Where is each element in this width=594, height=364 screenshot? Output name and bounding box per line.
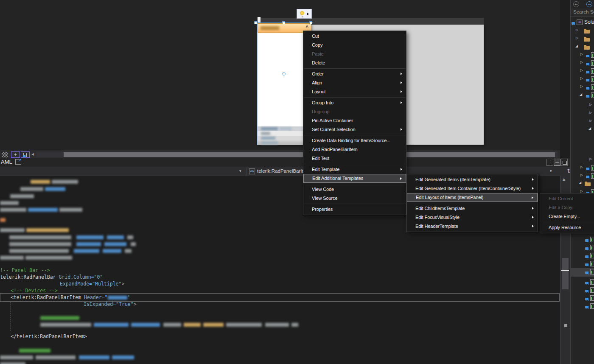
code-line[interactable] <box>0 234 133 241</box>
xaml-designer-canvas[interactable]: ^ <box>0 0 560 151</box>
menu-item-set-current-selection[interactable]: Set Current Selection <box>303 125 406 134</box>
collapse-pane-button[interactable] <box>561 159 568 166</box>
code-line[interactable]: </telerik:RadPanelBarItem> <box>0 333 87 340</box>
collapsed-chevron-icon[interactable]: ▷ <box>580 84 583 88</box>
expanded-chevron-icon[interactable]: ◢ <box>588 126 591 130</box>
designer-horizontal-scrollbar[interactable] <box>36 152 558 157</box>
menu-item-add-radpanelbaritem[interactable]: Add RadPanelBarItem <box>303 145 406 154</box>
menu-item-view-source[interactable]: View Source <box>303 194 406 203</box>
adorner-tab[interactable] <box>258 17 261 22</box>
scrollbar-thumb[interactable] <box>562 258 569 289</box>
menu-item-ungroup[interactable]: Ungroup <box>303 107 406 116</box>
code-line[interactable]: telerik:RadPanelBar Grid.Column="0" <box>0 274 103 280</box>
code-line[interactable] <box>0 227 69 233</box>
element-breadcrumb[interactable]: telerik:RadPanelBarIt <box>257 168 303 174</box>
tree-item[interactable]: ▷ <box>571 118 594 126</box>
quick-actions-lightbulb-button[interactable] <box>297 9 312 19</box>
snaplines-toggle-icon[interactable]: + <box>11 151 20 158</box>
menu-item-create-data-binding-for-itemssource[interactable]: Create Data Binding for ItemsSource... <box>303 136 406 145</box>
code-line[interactable] <box>0 314 79 321</box>
collapsed-chevron-icon[interactable]: ▷ <box>580 68 583 72</box>
code-line[interactable]: <!-- Devices --> <box>0 287 58 294</box>
tree-item[interactable] <box>571 294 594 302</box>
menu-item-layout[interactable]: Layout <box>303 87 406 96</box>
left-combo-dropdown-icon[interactable]: ▾ <box>239 169 241 173</box>
tree-item[interactable]: ◢ <box>571 43 594 51</box>
tree-item[interactable]: ▷ <box>571 59 594 67</box>
code-line[interactable] <box>0 185 65 192</box>
menu-item-order[interactable]: Order <box>303 70 406 78</box>
popout-window-icon[interactable]: ↗ <box>15 159 21 165</box>
code-line[interactable] <box>0 254 72 261</box>
tree-item[interactable]: ▷ <box>571 35 594 43</box>
code-line[interactable] <box>0 241 136 247</box>
menu-item-edit-generated-item-container-itemcontainerstyle[interactable]: Edit Generated Item Container (ItemConta… <box>407 184 538 193</box>
tree-item[interactable] <box>571 244 594 252</box>
tree-item[interactable]: ▷ <box>571 84 594 91</box>
collapsed-chevron-icon[interactable]: ▷ <box>580 165 583 169</box>
tree-item[interactable] <box>571 236 594 244</box>
collapsed-chevron-icon[interactable]: ▷ <box>580 189 583 193</box>
tree-item[interactable]: ◢ <box>571 92 594 99</box>
collapsed-chevron-icon[interactable]: ▷ <box>589 119 592 123</box>
code-line[interactable] <box>0 193 34 199</box>
collapse-chevron-icon[interactable]: ^ <box>306 25 308 30</box>
menu-item-properties[interactable]: Properties <box>303 205 406 214</box>
menu-item-view-code[interactable]: View Code <box>303 185 406 194</box>
tree-item[interactable] <box>571 286 594 294</box>
code-line[interactable] <box>0 199 19 206</box>
tree-item[interactable] <box>571 278 594 286</box>
resize-handle[interactable] <box>254 21 257 24</box>
code-line[interactable] <box>0 216 6 223</box>
tree-item[interactable]: ▷ <box>571 27 594 35</box>
snap-to-grid-toggle-icon[interactable] <box>21 151 30 158</box>
element-combo-dropdown-icon[interactable]: ▾ <box>550 169 552 173</box>
menu-item-pin-active-container[interactable]: Pin Active Container <box>303 116 406 125</box>
collapsed-chevron-icon[interactable]: ▷ <box>589 111 592 115</box>
menu-item-edit-generated-items-itemtemplate[interactable]: Edit Generated Items (ItemTemplate) <box>407 175 538 184</box>
code-line[interactable]: !-- Panel Bar --> <box>0 267 50 274</box>
menu-item-copy[interactable]: Copy <box>303 41 406 50</box>
expanded-chevron-icon[interactable]: ◢ <box>579 181 581 185</box>
tree-item[interactable] <box>571 302 594 310</box>
menu-item-edit-current[interactable]: Edit Current <box>540 194 594 203</box>
code-line[interactable] <box>0 321 298 328</box>
tree-item[interactable]: ▷ <box>571 102 594 109</box>
tree-item[interactable]: ▷ <box>571 51 594 59</box>
code-line[interactable]: ExpandMode="Multiple"> <box>0 280 124 287</box>
tab-xaml[interactable]: AML <box>1 159 12 165</box>
tree-item[interactable]: ▷ <box>571 164 594 172</box>
code-line[interactable] <box>0 178 78 185</box>
tree-item[interactable]: ▷ <box>571 156 594 164</box>
tree-item[interactable]: ◢ <box>571 126 594 133</box>
horizontal-split-button[interactable] <box>554 159 560 166</box>
menu-item-create-empty[interactable]: Create Empty... <box>540 212 594 221</box>
expanded-chevron-icon[interactable]: ◢ <box>575 44 578 48</box>
collapsed-chevron-icon[interactable]: ▷ <box>576 36 578 40</box>
menu-item-edit-headertemplate[interactable]: Edit HeaderTemplate <box>407 222 538 231</box>
scroll-up-icon[interactable]: ▲ <box>563 177 565 181</box>
code-line[interactable] <box>0 347 50 354</box>
code-line[interactable] <box>0 247 132 254</box>
collapsed-chevron-icon[interactable]: ▷ <box>580 60 583 64</box>
code-line[interactable]: <telerik:RadPanelBarItem Header="" <box>0 294 130 301</box>
menu-item-align[interactable]: Align <box>303 78 406 87</box>
menu-item-paste[interactable]: Paste <box>303 50 406 59</box>
menu-item-delete[interactable]: Delete <box>303 59 406 67</box>
expanded-chevron-icon[interactable]: ◢ <box>580 92 582 96</box>
menu-item-edit-focusvisualstyle[interactable]: Edit FocusVisualStyle <box>407 213 538 222</box>
menu-item-apply-resource[interactable]: Apply Resource <box>540 223 594 232</box>
collapsed-chevron-icon[interactable]: ▷ <box>580 76 583 80</box>
code-line[interactable] <box>0 361 25 364</box>
tree-item[interactable]: ▷ <box>571 67 594 75</box>
code-line[interactable]: IsExpanded="True"> <box>0 301 137 308</box>
tree-item[interactable]: ▷ <box>571 76 594 83</box>
tree-item[interactable]: ▷ <box>571 172 594 180</box>
menu-item-edit-childitemstemplate[interactable]: Edit ChildItemsTemplate <box>407 204 538 213</box>
tree-item[interactable]: ∞Solu <box>571 19 594 26</box>
tree-item[interactable] <box>571 252 594 260</box>
scroll-left-icon[interactable]: ◀ <box>31 152 34 156</box>
menu-item-group-into[interactable]: Group Into <box>303 98 406 107</box>
tree-item[interactable] <box>571 260 594 268</box>
resize-handle[interactable] <box>282 21 285 24</box>
